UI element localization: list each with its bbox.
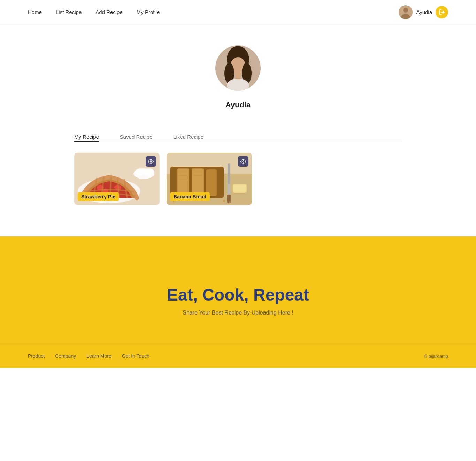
banana-recipe-label: Banana Bread: [170, 192, 210, 201]
profile-avatar-image: [215, 45, 261, 91]
recipe-card-banana-bread[interactable]: Banana Bread: [167, 153, 252, 205]
footer-copyright: © pijarcamp: [424, 354, 448, 359]
nav-item-add-recipe[interactable]: Add Recipe: [95, 9, 123, 15]
svg-point-15: [105, 183, 113, 189]
footer-link-product[interactable]: Product: [28, 353, 45, 359]
profile-section: Ayudia: [0, 24, 476, 123]
logout-button[interactable]: [436, 6, 448, 18]
footer-link-product-anchor[interactable]: Product: [28, 353, 45, 359]
nav-avatar: [399, 5, 413, 19]
nav-link-add-recipe[interactable]: Add Recipe: [95, 9, 123, 15]
strawberry-recipe-label: Strawberry Pie: [78, 192, 119, 201]
eye-icon: [148, 159, 154, 164]
svg-point-50: [243, 161, 244, 162]
nav-user-area: Ayudia: [399, 5, 448, 19]
footer-tagline: Eat, Cook, Repeat: [0, 285, 476, 304]
nav-link-home[interactable]: Home: [28, 9, 42, 15]
svg-point-27: [150, 161, 152, 162]
navbar: Home List Recipe Add Recipe My Profile A…: [0, 0, 476, 24]
svg-point-1: [403, 8, 408, 13]
nav-username: Ayudia: [416, 9, 432, 15]
svg-rect-10: [235, 74, 241, 79]
footer-cta: Eat, Cook, Repeat Share Your Best Recipe…: [0, 264, 476, 344]
footer-link-company-anchor[interactable]: Company: [55, 353, 76, 359]
nav-item-list-recipe[interactable]: List Recipe: [56, 9, 82, 15]
tabs: My Recipe Saved Recipe Liked Recipe: [74, 134, 402, 142]
eye-icon-banana: [240, 159, 246, 164]
logout-icon: [439, 9, 445, 15]
profile-name: Ayudia: [225, 100, 251, 109]
footer-link-company[interactable]: Company: [55, 353, 76, 359]
tab-liked-recipe[interactable]: Liked Recipe: [173, 134, 204, 142]
footer-link-get-in-touch[interactable]: Get In Touch: [122, 353, 149, 359]
tab-my-recipe[interactable]: My Recipe: [74, 134, 99, 142]
tab-saved-recipe[interactable]: Saved Recipe: [120, 134, 152, 142]
footer-link-learn-more-anchor[interactable]: Learn More: [86, 353, 112, 359]
recipes-grid: Strawberry Pie: [46, 142, 430, 216]
tabs-container: My Recipe Saved Recipe Liked Recipe: [46, 134, 430, 142]
nav-avatar-image: [399, 5, 413, 19]
nav-link-list-recipe[interactable]: List Recipe: [56, 9, 82, 15]
footer-bottom: Product Company Learn More Get In Touch …: [0, 344, 476, 368]
strawberry-view-button[interactable]: [146, 156, 156, 167]
profile-avatar: [215, 45, 261, 91]
footer-link-learn-more[interactable]: Learn More: [86, 353, 112, 359]
footer-link-get-in-touch-anchor[interactable]: Get In Touch: [122, 353, 149, 359]
nav-item-my-profile[interactable]: My Profile: [137, 9, 160, 15]
footer-links: Product Company Learn More Get In Touch: [28, 353, 149, 359]
footer-subtitle: Share Your Best Recipe By Uploading Here…: [0, 310, 476, 316]
nav-link-my-profile[interactable]: My Profile: [137, 9, 160, 15]
footer-section: Eat, Cook, Repeat Share Your Best Recipe…: [0, 236, 476, 368]
recipe-card-strawberry-pie[interactable]: Strawberry Pie: [74, 153, 160, 205]
banana-view-button[interactable]: [238, 156, 248, 167]
svg-point-26: [135, 168, 146, 175]
nav-item-home[interactable]: Home: [28, 9, 42, 15]
nav-links: Home List Recipe Add Recipe My Profile: [28, 9, 399, 15]
